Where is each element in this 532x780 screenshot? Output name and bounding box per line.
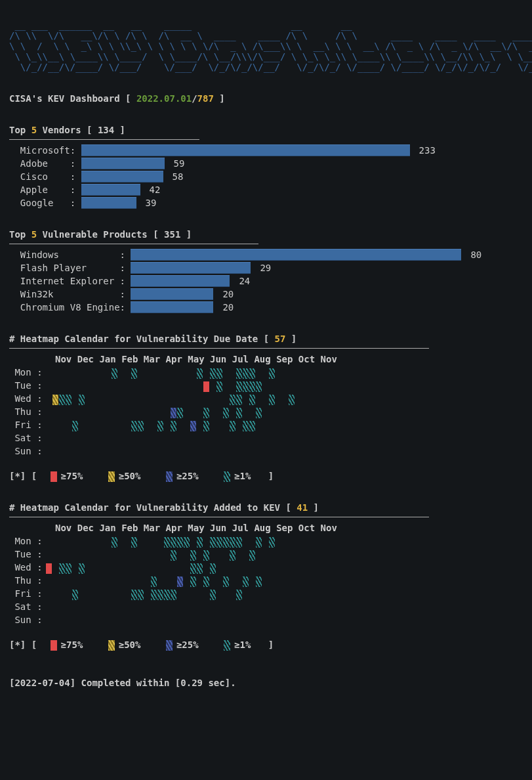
heatmap-cell <box>354 408 360 418</box>
heatmap-day-label: Sat : <box>9 431 46 444</box>
heatmap-cell <box>171 563 176 574</box>
heatmap-cell <box>236 421 242 431</box>
heatmap-cell <box>52 590 58 600</box>
heatmap-cell <box>276 537 281 548</box>
products-title: Top 5 Vulnerable Products [ 351 ] <box>9 228 521 241</box>
heatmap-cell <box>125 550 131 561</box>
heatmap-day-label: Thu : <box>9 574 46 587</box>
heatmap-cell <box>315 550 321 561</box>
heatmap-cell <box>59 434 65 444</box>
header-sep: / <box>192 93 197 104</box>
heatmap-row: Fri : <box>9 418 521 431</box>
heatmap-cell <box>315 563 321 574</box>
heatmap-cell <box>190 563 196 574</box>
heatmap-cell <box>380 616 386 626</box>
heatmap-row: Mon : <box>9 534 521 548</box>
heatmap-cell <box>302 550 308 561</box>
heatmap-cell <box>112 563 117 574</box>
heatmap-cell <box>282 381 288 392</box>
heatmap-cell <box>157 447 163 458</box>
heatmap-months: Nov Dec Jan Feb Mar Apr May Jun Jul Aug … <box>55 353 521 366</box>
heatmap-cell <box>348 576 354 587</box>
heatmap-cell <box>52 447 58 458</box>
heatmap-cell <box>380 563 386 574</box>
heatmap-cell <box>190 434 196 444</box>
heatmap-cell <box>92 434 98 444</box>
heatmap-cell <box>243 550 249 561</box>
heatmap-row: Sun : <box>9 444 521 458</box>
heatmap-cell <box>46 381 52 392</box>
heatmap-cell <box>203 368 209 379</box>
heatmap-cell <box>249 563 255 574</box>
heatmap-cell <box>249 395 255 405</box>
heatmap-cell <box>138 550 144 561</box>
header-suffix: ] <box>214 93 225 104</box>
heatmap-cell <box>295 616 301 626</box>
bar-value: 80 <box>470 248 481 261</box>
heatmap-cell <box>177 408 183 418</box>
heatmap-cell <box>361 537 367 548</box>
heatmap-cell <box>144 421 150 431</box>
heatmap-cell <box>157 434 163 444</box>
heatmap-cell <box>125 368 131 379</box>
bar-label: Cisco : <box>9 170 81 183</box>
bar-fill <box>81 158 165 169</box>
heatmap-cell <box>79 395 85 405</box>
bar-fill <box>131 288 213 300</box>
heatmap-cell <box>184 537 190 548</box>
heatmap-cell <box>367 590 373 600</box>
heatmap-cell <box>52 616 58 626</box>
heatmap-cell <box>131 550 137 561</box>
heatmap-cell <box>177 590 183 600</box>
heatmap-cell <box>138 563 144 574</box>
heatmap-cell <box>92 368 98 379</box>
heatmap-cell <box>302 576 308 587</box>
heatmap-cell <box>72 421 78 431</box>
heatmap-cell <box>321 550 327 561</box>
heatmap-cell <box>46 616 52 626</box>
heatmap-cell <box>243 590 249 600</box>
heatmap-cell <box>138 381 144 392</box>
heatmap-cell <box>184 603 190 613</box>
heatmap-cell <box>354 368 360 379</box>
heatmap-cell <box>72 447 78 458</box>
heatmap-cell <box>269 421 275 431</box>
heatmap-day-label: Fri : <box>9 587 46 600</box>
heatmap-cell <box>46 408 52 418</box>
heatmap-cell <box>210 550 216 561</box>
heatmap-cell <box>256 408 262 418</box>
heatmap-cell <box>230 381 235 392</box>
heatmap-cell <box>92 563 98 574</box>
heatmap-cell <box>223 603 229 613</box>
heatmap-cell <box>210 576 216 587</box>
heatmap-cell <box>59 537 65 548</box>
heatmap-cell <box>66 434 72 444</box>
bar-value: 20 <box>222 301 234 314</box>
heatmap-cell <box>72 368 78 379</box>
heatmap-cell <box>171 576 176 587</box>
heatmap-cell <box>354 563 360 574</box>
heatmap-cell <box>282 590 288 600</box>
heatmap-cell <box>112 421 117 431</box>
heatmap-cell <box>230 421 235 431</box>
heatmap-cell <box>118 616 124 626</box>
heatmap-cell <box>98 381 104 392</box>
bar-label: Microsoft: <box>9 144 81 157</box>
heatmap-cell <box>367 447 373 458</box>
heatmap-cell <box>59 563 65 574</box>
heatmap-cell <box>171 408 176 418</box>
heatmap-cell <box>118 447 124 458</box>
heatmap-cell <box>79 434 85 444</box>
heatmap-cell <box>262 550 268 561</box>
heatmap-cell <box>125 603 131 613</box>
heatmap-cell <box>197 447 203 458</box>
heatmap-cell <box>203 421 209 431</box>
heatmap-cell <box>105 421 111 431</box>
heatmap-cell <box>230 563 235 574</box>
heatmap-cell <box>59 408 65 418</box>
heatmap-cell <box>341 368 347 379</box>
heatmap-cell <box>203 576 209 587</box>
heatmap-cell <box>282 395 288 405</box>
heatmap-cell <box>138 603 144 613</box>
heatmap-day-label: Fri : <box>9 418 46 431</box>
